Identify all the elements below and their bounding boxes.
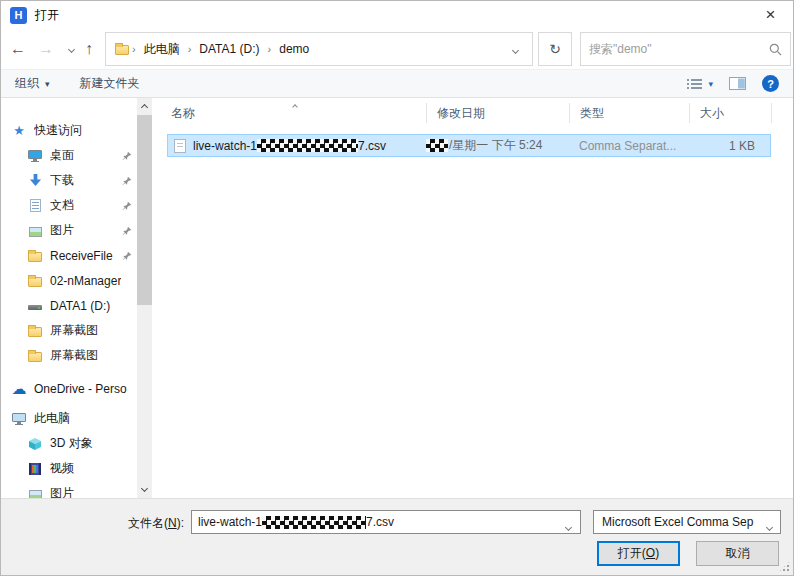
open-label-part: 打开(: [618, 546, 646, 560]
sidebar-item-screenshots-2[interactable]: 屏幕截图: [1, 343, 135, 368]
file-name-suffix: 7.csv: [358, 139, 386, 153]
help-button[interactable]: ?: [762, 75, 779, 92]
sidebar-item-label: 视频: [50, 460, 74, 477]
filename-label-part: ):: [177, 516, 184, 530]
folder-icon: [27, 273, 43, 289]
scrollbar-down-arrow-icon[interactable]: [137, 482, 152, 498]
sidebar-item-label: DATA1 (D:): [50, 299, 110, 313]
sidebar-item-02-nmanager[interactable]: 02-nManager: [1, 268, 135, 293]
column-header-type[interactable]: 类型: [569, 103, 689, 123]
sidebar-item-videos[interactable]: 视频: [1, 456, 135, 481]
toolbar-right-group: ▾ ?: [687, 75, 793, 92]
quick-access-star-icon: ★: [11, 123, 27, 139]
dialog-content: ★ 快速访问 桌面 下载 文档: [1, 98, 793, 498]
pin-icon: [122, 251, 132, 261]
search-input[interactable]: [589, 42, 769, 56]
organize-label: 组织: [15, 75, 39, 92]
filename-dropdown-chevron-icon[interactable]: [566, 519, 571, 533]
file-size-cell: 1 KB: [689, 139, 765, 153]
scrollbar-up-arrow-icon[interactable]: [137, 98, 152, 114]
column-header-size[interactable]: 大小: [689, 103, 772, 123]
sidebar-item-label: 文档: [50, 197, 74, 214]
back-button[interactable]: ←: [6, 29, 30, 69]
sidebar-item-label: OneDrive - Perso: [34, 382, 127, 396]
sidebar-item-receivefile[interactable]: ReceiveFile: [1, 243, 135, 268]
search-box[interactable]: [580, 32, 791, 66]
sidebar-item-pictures[interactable]: 图片: [1, 218, 135, 243]
sidebar-item-label: 此电脑: [34, 410, 70, 427]
open-button[interactable]: 打开(O): [597, 541, 680, 566]
breadcrumb-this-pc[interactable]: 此电脑: [138, 41, 186, 58]
preview-pane-icon[interactable]: [729, 77, 746, 90]
filetype-select[interactable]: Microsoft Excel Comma Sep: [593, 510, 781, 534]
filename-label: 文件名(N):: [128, 515, 184, 532]
dialog-title: 打开: [35, 7, 59, 24]
this-pc-icon: [11, 411, 27, 427]
new-folder-button[interactable]: 新建文件夹: [80, 75, 140, 92]
up-button[interactable]: ↑: [77, 29, 101, 69]
sidebar-item-data1-drive[interactable]: DATA1 (D:): [1, 293, 135, 318]
folder-icon: [27, 248, 43, 264]
desktop-icon: [27, 148, 43, 164]
sidebar-item-this-pc[interactable]: 此电脑: [1, 406, 135, 431]
filename-value-suffix: 7.csv: [366, 515, 394, 529]
filename-input[interactable]: live-watch-17.csv: [191, 510, 581, 534]
sidebar-item-screenshots-1[interactable]: 屏幕截图: [1, 318, 135, 343]
pin-icon: [122, 151, 132, 161]
pin-icon: [122, 201, 132, 211]
sidebar-item-label: 3D 对象: [50, 435, 93, 452]
sidebar-item-label: 02-nManager: [50, 274, 121, 288]
sidebar-item-3d-objects[interactable]: 3D 对象: [1, 431, 135, 456]
sidebar-item-downloads[interactable]: 下载: [1, 168, 135, 193]
breadcrumb-chevron-icon[interactable]: ›: [186, 43, 194, 55]
cancel-button[interactable]: 取消: [696, 541, 779, 566]
sort-ascending-icon: [293, 98, 297, 112]
column-headers: 名称 修改日期 类型 大小: [161, 98, 793, 128]
pictures-icon: [27, 223, 43, 239]
breadcrumb-chevron-icon[interactable]: ›: [130, 43, 138, 55]
organize-button[interactable]: 组织 ▾: [15, 75, 50, 92]
sidebar-item-documents[interactable]: 文档: [1, 193, 135, 218]
column-header-date-modified[interactable]: 修改日期: [426, 103, 569, 123]
navigation-pane: ★ 快速访问 桌面 下载 文档: [1, 98, 153, 498]
videos-film-icon: [27, 461, 43, 477]
change-view-button[interactable]: ▾: [687, 78, 713, 90]
sidebar-item-label: 图片: [50, 222, 74, 239]
file-name-cell: live-watch-17.csv: [168, 138, 426, 154]
breadcrumb-demo[interactable]: demo: [273, 42, 315, 56]
filetype-dropdown-chevron-icon: [767, 519, 772, 533]
redacted-checkerboard: [257, 139, 358, 152]
sidebar-item-label: 屏幕截图: [50, 322, 98, 339]
organize-dropdown-caret-icon: ▾: [45, 79, 50, 89]
address-bar[interactable]: › 此电脑 › DATA1 (D:) › demo: [105, 32, 533, 66]
filetype-value: Microsoft Excel Comma Sep: [602, 515, 753, 529]
folder-icon: [27, 323, 43, 339]
breadcrumb-drive-d[interactable]: DATA1 (D:): [193, 42, 265, 56]
sidebar-item-label: 屏幕截图: [50, 347, 98, 364]
new-folder-label: 新建文件夹: [80, 75, 140, 92]
file-list: 名称 修改日期 类型 大小 live-watch-17.csv /星期一 下午 …: [161, 98, 793, 498]
sidebar-item-desktop[interactable]: 桌面: [1, 143, 135, 168]
filename-value-prefix: live-watch-1: [198, 515, 262, 529]
sidebar-item-label: 快速访问: [34, 122, 82, 139]
file-date-cell: /星期一 下午 5:24: [426, 137, 569, 154]
forward-button: →: [34, 29, 58, 69]
open-label-accesskey: O: [646, 546, 655, 560]
scrollbar-thumb[interactable]: [137, 115, 152, 305]
csv-file-icon: [172, 138, 188, 154]
sidebar-item-onedrive[interactable]: ☁ OneDrive - Perso: [1, 376, 135, 401]
sidebar-item-quick-access[interactable]: ★ 快速访问: [1, 118, 135, 143]
address-dropdown-chevron-icon[interactable]: [513, 42, 518, 56]
file-name-prefix: live-watch-1: [193, 139, 257, 153]
onedrive-cloud-icon: ☁: [11, 381, 27, 397]
title-bar: H 打开 ×: [1, 1, 793, 29]
sidebar-scrollbar[interactable]: [137, 98, 152, 498]
command-toolbar: 组织 ▾ 新建文件夹 ▾ ?: [1, 69, 793, 98]
filename-label-accesskey: N: [168, 516, 177, 530]
close-button[interactable]: ×: [748, 1, 793, 29]
sidebar-item-label: ReceiveFile: [50, 249, 113, 263]
file-row-selected[interactable]: live-watch-17.csv /星期一 下午 5:24 Comma Sep…: [167, 134, 771, 157]
breadcrumb-chevron-icon[interactable]: ›: [266, 43, 274, 55]
resize-grip[interactable]: [778, 560, 791, 573]
refresh-button[interactable]: ↻: [538, 32, 572, 66]
